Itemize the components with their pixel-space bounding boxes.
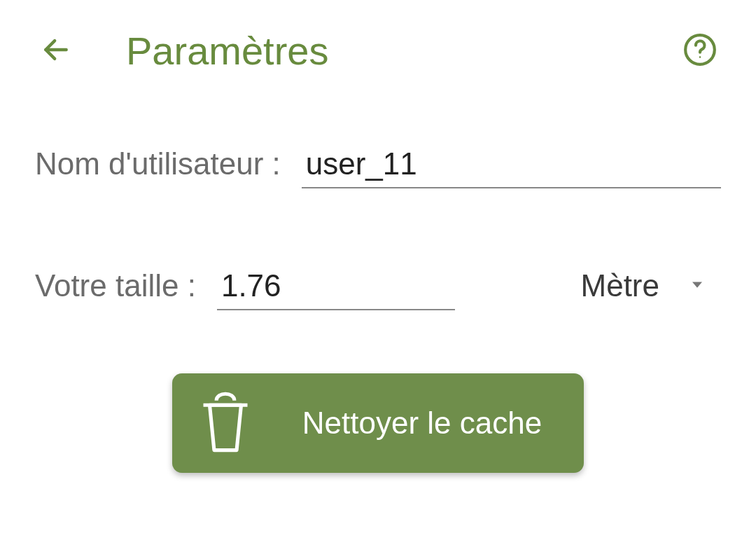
height-label: Votre taille :	[35, 268, 196, 303]
chevron-down-icon	[687, 275, 707, 297]
username-input[interactable]	[302, 144, 721, 188]
trash-icon	[197, 392, 253, 455]
clear-cache-button[interactable]: Nettoyer le cache	[172, 373, 584, 473]
help-button[interactable]	[679, 30, 721, 72]
svg-point-2	[699, 56, 701, 58]
settings-form: Nom d'utilisateur : Votre taille : Mètre	[0, 95, 756, 473]
arrow-left-icon	[41, 34, 71, 68]
header: Paramètres	[0, 0, 756, 95]
username-row: Nom d'utilisateur :	[35, 144, 721, 188]
height-input[interactable]	[217, 265, 455, 310]
help-circle-icon	[682, 32, 718, 70]
unit-dropdown[interactable]: Mètre	[581, 268, 721, 303]
back-button[interactable]	[35, 30, 77, 72]
unit-selected-value: Mètre	[581, 268, 659, 303]
clear-cache-label: Nettoyer le cache	[302, 406, 542, 441]
page-title: Paramètres	[126, 28, 328, 74]
actions-row: Nettoyer le cache	[35, 373, 721, 473]
height-row: Votre taille : Mètre	[35, 265, 721, 310]
svg-marker-3	[692, 282, 702, 288]
username-label: Nom d'utilisateur :	[35, 146, 281, 181]
